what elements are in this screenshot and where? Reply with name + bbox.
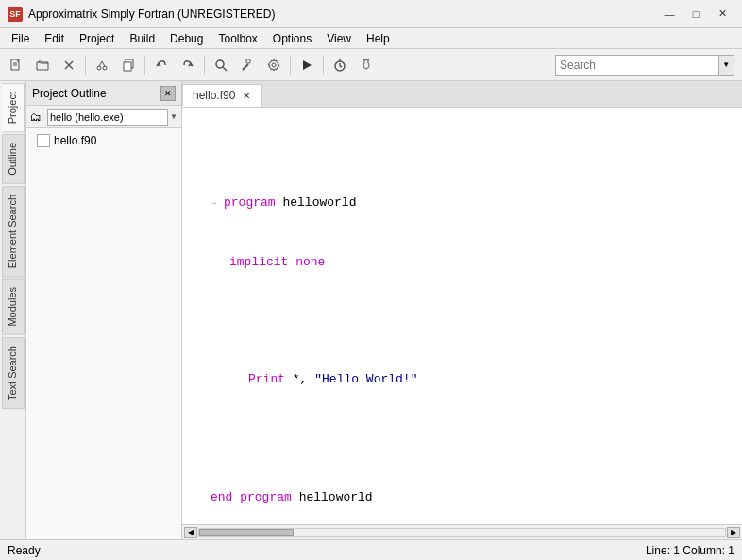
copy-button[interactable] — [116, 53, 141, 77]
app-title: Approximatrix Simply Fortran (UNREGISTER… — [28, 8, 657, 21]
run-button[interactable] — [295, 53, 319, 77]
menu-build[interactable]: Build — [122, 28, 162, 48]
timer-button[interactable] — [328, 53, 352, 77]
settings-button[interactable] — [261, 53, 286, 77]
separator-3 — [204, 56, 205, 75]
svg-line-21 — [363, 59, 364, 60]
status-bar: Ready Line: 1 Column: 1 — [0, 539, 742, 560]
svg-line-8 — [102, 61, 105, 67]
file-icon — [37, 134, 50, 147]
editor-area: hello.f90 ✕ →program helloworld implicit… — [182, 81, 742, 539]
svg-line-22 — [368, 59, 369, 60]
close-file-button[interactable] — [57, 53, 81, 77]
tab-close-button[interactable]: ✕ — [241, 90, 252, 102]
svg-point-6 — [103, 66, 107, 70]
cut-button[interactable] — [90, 53, 114, 77]
dropdown-arrow-icon: ▼ — [170, 112, 177, 121]
svg-marker-16 — [303, 60, 312, 70]
open-button[interactable] — [30, 53, 55, 77]
menu-project[interactable]: Project — [72, 28, 122, 48]
code-content: →program helloworld implicit none Print … — [211, 155, 731, 524]
search-dropdown-button[interactable]: ▼ — [718, 56, 734, 75]
menu-edit[interactable]: Edit — [37, 28, 72, 48]
window-controls: — □ ✕ — [657, 5, 734, 24]
build-button[interactable] — [235, 53, 260, 77]
scroll-track[interactable] — [198, 528, 726, 537]
code-line-1: →program helloworld — [211, 194, 731, 213]
svg-point-11 — [216, 60, 224, 68]
code-line-3 — [211, 312, 731, 331]
svg-line-7 — [99, 61, 102, 67]
debug-button[interactable] — [354, 53, 379, 77]
close-button[interactable]: ✕ — [710, 5, 734, 24]
project-selector: 🗂 hello (hello.exe) ▼ — [26, 106, 181, 128]
code-line-2: implicit none — [211, 253, 731, 273]
menu-options[interactable]: Options — [265, 28, 319, 48]
separator-2 — [144, 56, 145, 75]
project-tree: hello.f90 — [26, 128, 181, 539]
main-area: Project Outline Element Search Modules T… — [0, 81, 742, 539]
scroll-thumb[interactable] — [199, 529, 294, 536]
editor-tab-label: hello.f90 — [193, 89, 235, 102]
sidebar-tab-outline[interactable]: Outline — [2, 134, 25, 184]
code-line-6: end program helloworld — [211, 488, 731, 508]
string-literal: "Hello World!" — [314, 372, 417, 386]
keyword-end: end program — [211, 490, 292, 504]
search-box: ▼ — [555, 55, 734, 76]
status-text: Ready — [8, 544, 41, 557]
file-name: hello.f90 — [54, 134, 96, 147]
svg-rect-13 — [246, 59, 250, 63]
keyword-program: program — [224, 195, 276, 210]
app-icon: SF — [8, 7, 23, 22]
project-panel: Project Outline ✕ 🗂 hello (hello.exe) ▼ … — [26, 81, 182, 539]
separator-1 — [85, 56, 86, 75]
sidebar-tab-project[interactable]: Project — [2, 83, 25, 132]
menu-debug[interactable]: Debug — [162, 28, 211, 48]
toolbar: ▼ — [0, 49, 742, 81]
svg-line-12 — [223, 67, 227, 71]
menu-bar: File Edit Project Build Debug Toolbox Op… — [0, 28, 742, 49]
svg-point-5 — [97, 66, 101, 70]
project-panel-title: Project Outline — [32, 87, 107, 100]
maximize-button[interactable]: □ — [683, 5, 708, 24]
svg-rect-10 — [124, 62, 131, 71]
project-panel-close-button[interactable]: ✕ — [160, 86, 176, 101]
project-panel-header: Project Outline ✕ — [26, 81, 181, 106]
keyword-print: Print — [248, 372, 285, 386]
keyword-implicit: implicit none — [229, 255, 325, 269]
title-bar: SF Approximatrix Simply Fortran (UNREGIS… — [0, 0, 742, 28]
find-button[interactable] — [209, 53, 233, 77]
menu-toolbox[interactable]: Toolbox — [211, 28, 264, 48]
code-line-4: Print *, "Hello World!" — [211, 370, 731, 390]
svg-line-14 — [243, 64, 248, 70]
menu-help[interactable]: Help — [359, 28, 397, 48]
editor-tab-hello-f90[interactable]: hello.f90 ✕ — [182, 84, 262, 107]
sidebar-tab-modules[interactable]: Modules — [2, 279, 25, 335]
svg-point-15 — [272, 63, 276, 67]
svg-line-19 — [340, 66, 342, 67]
sidebar-tab-element-search[interactable]: Element Search — [2, 186, 25, 277]
project-dropdown[interactable]: hello (hello.exe) — [47, 109, 168, 126]
horizontal-scrollbar[interactable]: ◀ ▶ — [182, 524, 742, 539]
code-editor[interactable]: →program helloworld implicit none Print … — [182, 108, 742, 524]
minimize-button[interactable]: — — [657, 5, 682, 24]
menu-file[interactable]: File — [4, 28, 37, 48]
project-icon: 🗂 — [30, 110, 43, 124]
scroll-left-arrow[interactable]: ◀ — [184, 527, 197, 538]
search-input[interactable] — [556, 59, 718, 72]
undo-button[interactable] — [149, 53, 174, 77]
tree-item-hello-f90[interactable]: hello.f90 — [30, 132, 177, 149]
redo-button[interactable] — [176, 53, 200, 77]
code-line-5 — [211, 430, 731, 450]
editor-tabs: hello.f90 ✕ — [182, 81, 742, 108]
left-sidebar: Project Outline Element Search Modules T… — [0, 81, 26, 539]
new-file-button[interactable] — [4, 53, 28, 77]
scroll-right-arrow[interactable]: ▶ — [727, 527, 740, 538]
separator-4 — [290, 56, 291, 75]
menu-view[interactable]: View — [319, 28, 359, 48]
sidebar-tab-text-search[interactable]: Text Search — [2, 337, 25, 409]
position-text: Line: 1 Column: 1 — [646, 544, 734, 557]
separator-5 — [323, 56, 324, 75]
